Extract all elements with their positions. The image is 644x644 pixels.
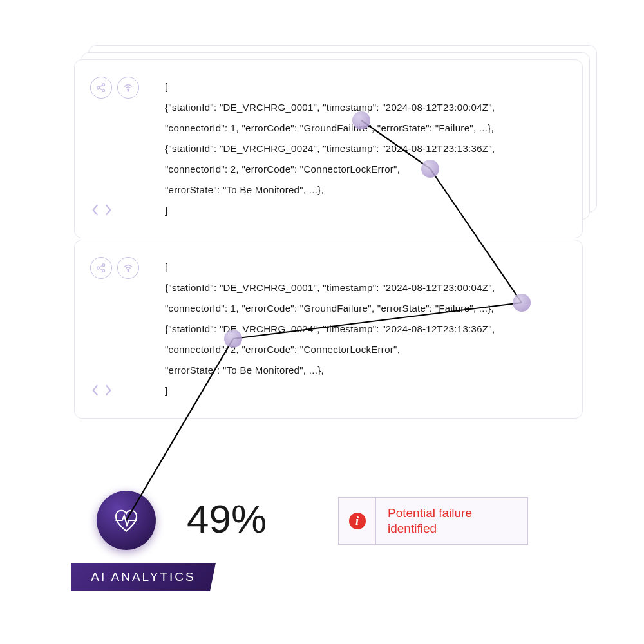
code-chevrons-icon xyxy=(90,383,148,397)
log-line: "connectorId": 1, "errorCode": "GroundFa… xyxy=(165,122,494,133)
log-line: "connectorId": 2, "errorCode": "Connecto… xyxy=(165,164,400,175)
graph-node xyxy=(224,330,242,348)
failure-warning-box: i Potential failure identified xyxy=(338,497,528,545)
wifi-icon xyxy=(117,77,139,99)
log-line: {"stationId": "DE_VRCHRG_0024", "timesta… xyxy=(165,323,495,334)
svg-line-4 xyxy=(99,88,102,90)
svg-line-9 xyxy=(99,265,102,267)
log-line: ] xyxy=(165,385,167,396)
svg-point-5 xyxy=(128,91,129,92)
log-line: "connectorId": 2, "errorCode": "Connecto… xyxy=(165,344,400,355)
graph-node xyxy=(421,160,439,178)
ai-analytics-label: AI ANALYTICS xyxy=(71,563,216,591)
log-json-content: [ {"stationId": "DE_VRCHRG_0001", "times… xyxy=(165,257,567,401)
graph-node xyxy=(352,111,370,129)
warning-line-2: identified xyxy=(388,521,472,536)
svg-point-11 xyxy=(128,271,129,272)
warning-text: Potential failure identified xyxy=(376,498,527,544)
log-card-2: [ {"stationId": "DE_VRCHRG_0001", "times… xyxy=(74,240,583,419)
log-line: {"stationId": "DE_VRCHRG_0001", "timesta… xyxy=(165,102,495,113)
log-line: [ xyxy=(165,81,167,92)
info-error-icon: i xyxy=(349,513,366,529)
ai-analytics-node xyxy=(97,491,156,550)
graph-node xyxy=(513,294,531,312)
share-icon xyxy=(90,257,112,279)
wifi-icon xyxy=(117,257,139,279)
log-line: "errorState": "To Be Monitored", ...}, xyxy=(165,365,324,375)
log-line: {"stationId": "DE_VRCHRG_0024", "timesta… xyxy=(165,143,495,154)
log-json-content: [ {"stationId": "DE_VRCHRG_0001", "times… xyxy=(165,77,567,221)
code-chevrons-icon xyxy=(90,203,148,217)
warning-line-1: Potential failure xyxy=(388,506,472,521)
warning-icon-cell: i xyxy=(339,498,376,544)
log-line: {"stationId": "DE_VRCHRG_0001", "timesta… xyxy=(165,282,495,293)
analytics-percent: 49% xyxy=(187,496,267,542)
heartbeat-icon xyxy=(97,491,156,550)
log-line: "errorState": "To Be Monitored", ...}, xyxy=(165,184,324,195)
log-line: "connectorId": 1, "errorCode": "GroundFa… xyxy=(165,303,494,314)
log-line: [ xyxy=(165,261,167,272)
log-card-1: [ {"stationId": "DE_VRCHRG_0001", "times… xyxy=(74,59,583,238)
share-icon xyxy=(90,77,112,99)
log-line: ] xyxy=(165,205,167,216)
svg-line-3 xyxy=(99,85,102,87)
log-card-stack: [ {"stationId": "DE_VRCHRG_0001", "times… xyxy=(74,59,583,227)
svg-line-10 xyxy=(99,269,102,270)
